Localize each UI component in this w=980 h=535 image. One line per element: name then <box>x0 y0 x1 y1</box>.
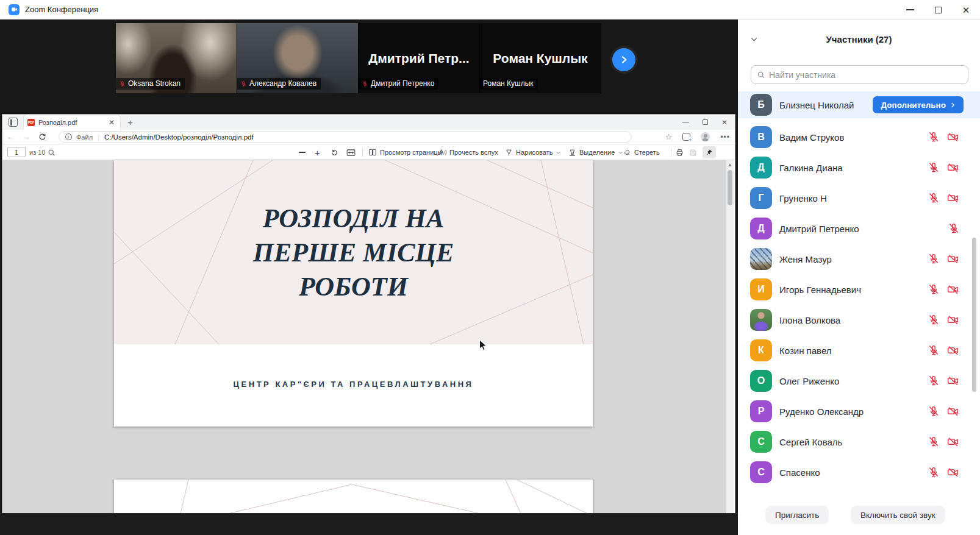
participant-row[interactable]: С Сергей Коваль <box>738 427 980 457</box>
browser-address-bar: ← → i Файл | C:/Users/Admin/Desktop/розп… <box>2 130 735 144</box>
mic-muted-icon <box>928 283 940 296</box>
participant-name: Сергей Коваль <box>779 437 842 447</box>
video-tile[interactable]: Александр Ковалев <box>237 23 359 93</box>
invite-button[interactable]: Пригласить <box>765 506 829 524</box>
page-number-input[interactable]: 1 <box>7 147 26 157</box>
maximize-button[interactable] <box>924 0 952 19</box>
avatar: О <box>750 370 772 392</box>
chevron-down-icon <box>556 150 561 155</box>
scrollbar-thumb[interactable] <box>728 170 732 205</box>
tab-title: Розподіл.pdf <box>38 119 107 126</box>
minimize-button[interactable] <box>896 0 924 19</box>
video-tile[interactable]: Дмитрий Петр... Дмитрий Петренко <box>359 23 480 93</box>
draw-button[interactable]: Нарисовать <box>505 144 561 160</box>
close-button[interactable]: ✕ <box>952 0 980 19</box>
browser-menu-icon[interactable]: ••• <box>720 133 730 141</box>
participant-search-box[interactable] <box>751 65 968 84</box>
zoom-in-icon[interactable]: + <box>315 144 320 160</box>
video-tile[interactable]: Роман Кушлык Роман Кушлык <box>480 23 601 93</box>
participant-name: Женя Мазур <box>779 254 832 264</box>
rotate-icon[interactable] <box>331 144 338 160</box>
participant-name: Груненко Н <box>779 193 827 204</box>
url-text: C:/Users/Admin/Desktop/розподіл/Розподіл… <box>104 133 254 141</box>
erase-button[interactable]: Стереть <box>623 144 660 160</box>
scroll-up-icon[interactable]: ▲ <box>726 160 734 169</box>
participant-name: Галкина Диана <box>779 163 843 173</box>
participant-name: Козин павел <box>779 345 831 356</box>
slide-title: ПОРЯДОК РОЗПОДІЛУ <box>166 509 384 513</box>
avatar: Д <box>750 218 772 239</box>
participant-row[interactable]: Ілона Волкова <box>738 305 980 335</box>
search-icon[interactable] <box>48 144 55 160</box>
panel-scrollbar-thumb[interactable] <box>972 238 976 392</box>
slide-subtitle: ЦЕНТР КАР"ЄРИ ТА ПРАЦЕВЛАШТУВАННЯ <box>114 380 593 389</box>
favorites-star-icon[interactable]: ☆ <box>665 132 673 141</box>
mic-muted-icon <box>948 222 960 235</box>
vertical-tabs-icon[interactable] <box>9 118 18 127</box>
video-muted-icon <box>946 466 960 478</box>
video-strip: Oksana Strokan Александр Ковалев Дмитрий… <box>116 23 601 93</box>
pdf-toolbar: 1 из 10 + Просмотр страницы Прочесть всл… <box>2 144 735 160</box>
avatar: Б <box>750 94 772 116</box>
browser-restore-button[interactable] <box>703 119 708 125</box>
participant-row[interactable]: Р Руденко Олександр <box>738 396 980 427</box>
participant-row[interactable]: В Вадим Струков <box>738 122 980 152</box>
browser-window: PDF Розподіл.pdf ✕ + ✕ ← → i Файл | C:/U… <box>2 115 735 513</box>
slide-title: РОЗПОДІЛ НА ПЕРШЕ МІСЦЕ РОБОТИ <box>114 202 593 304</box>
video-tile[interactable]: Oksana Strokan <box>116 23 237 93</box>
avatar: Р <box>750 400 772 422</box>
back-icon[interactable]: ← <box>2 132 18 141</box>
search-input[interactable] <box>769 70 962 80</box>
browser-minimize-button[interactable] <box>682 122 689 122</box>
toolbar-pin-button[interactable] <box>703 146 716 158</box>
muted-mic-icon <box>362 80 368 88</box>
participant-row[interactable]: Женя Мазур <box>738 244 980 274</box>
participant-row[interactable]: С Спасенко <box>738 457 980 487</box>
participant-name: Вадим Струков <box>779 132 844 143</box>
mic-muted-icon <box>928 375 940 387</box>
participant-row-host[interactable]: Б Близнец Николай Дополнительно <box>738 91 980 118</box>
more-options-button[interactable]: Дополнительно <box>873 96 964 113</box>
video-muted-icon <box>946 283 960 296</box>
browser-tab[interactable]: PDF Розподіл.pdf ✕ <box>24 115 120 130</box>
highlight-button[interactable]: Выделение <box>568 144 623 160</box>
page-view-button[interactable]: Просмотр страницы <box>368 144 443 160</box>
participant-row[interactable]: Д Дмитрий Петренко <box>738 213 980 244</box>
forward-icon[interactable]: → <box>18 132 34 141</box>
print-icon[interactable] <box>676 144 684 160</box>
page-info-icon[interactable]: i <box>65 133 72 140</box>
collections-icon[interactable] <box>682 133 690 141</box>
new-tab-button[interactable]: + <box>127 117 133 127</box>
refresh-icon[interactable] <box>34 133 50 141</box>
participant-row[interactable]: И Игорь Геннадьевич <box>738 274 980 305</box>
zoom-out-icon[interactable] <box>299 144 306 160</box>
avatar: С <box>750 431 772 453</box>
participant-row[interactable]: Г Груненко Н <box>738 183 980 213</box>
next-participants-button[interactable] <box>612 48 635 71</box>
search-icon <box>757 71 765 79</box>
url-field[interactable]: i Файл | C:/Users/Admin/Desktop/розподіл… <box>59 131 632 143</box>
participant-row[interactable]: О Олег Риженко <box>738 366 980 396</box>
avatar-photo <box>750 309 772 331</box>
participant-row[interactable]: Д Галкина Диана <box>738 152 980 183</box>
fit-to-width-icon[interactable] <box>346 144 356 160</box>
read-aloud-button[interactable]: Прочесть вслух <box>438 144 498 160</box>
tab-close-icon[interactable]: ✕ <box>107 118 116 127</box>
video-muted-icon <box>946 344 960 356</box>
unmute-button[interactable]: Включить свой звук <box>851 506 945 524</box>
pdf-viewer: РОЗПОДІЛ НА ПЕРШЕ МІСЦЕ РОБОТИ ЦЕНТР КАР… <box>2 160 726 513</box>
zoom-meeting-window: Zoom Конференция ✕ Oksana Strokan Алекса… <box>0 0 980 535</box>
avatar: С <box>750 461 772 483</box>
participants-title: Участники (27) <box>738 34 980 44</box>
participant-name: Спасенко <box>779 467 820 478</box>
participant-name: Руденко Олександр <box>779 406 864 417</box>
chevron-right-icon <box>950 102 956 108</box>
video-muted-icon <box>946 314 960 326</box>
pdf-scrollbar[interactable]: ▲ <box>726 160 734 513</box>
participant-row[interactable]: К Козин павел <box>738 335 980 366</box>
avatar: К <box>750 339 772 361</box>
browser-profile-icon[interactable] <box>701 132 710 141</box>
browser-close-button[interactable]: ✕ <box>721 118 728 127</box>
video-muted-icon <box>946 253 960 265</box>
pdf-page-1: РОЗПОДІЛ НА ПЕРШЕ МІСЦЕ РОБОТИ ЦЕНТР КАР… <box>114 160 593 427</box>
